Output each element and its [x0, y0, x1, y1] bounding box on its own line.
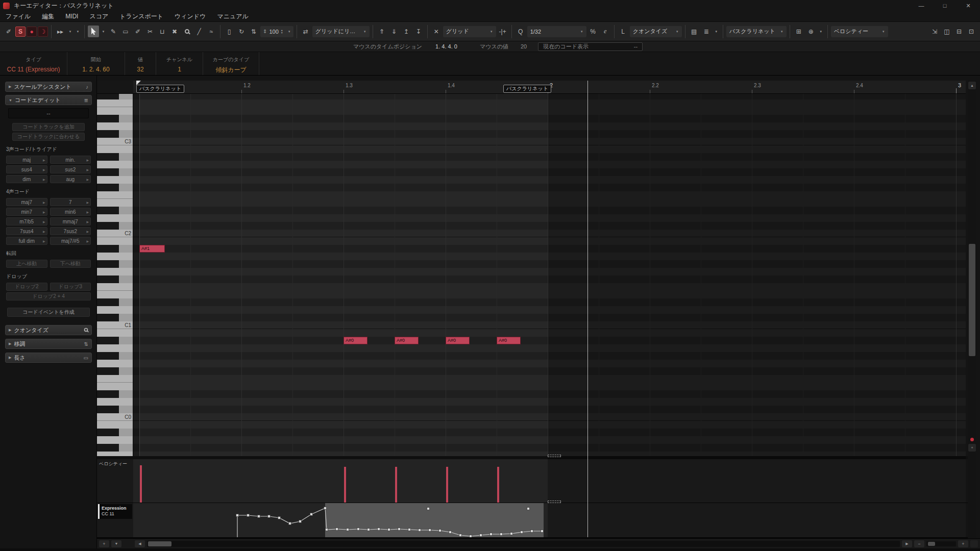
controller-lane-menu-button[interactable]: ▼	[111, 540, 121, 547]
black-key[interactable]	[97, 429, 133, 436]
cc-curve-point[interactable]	[480, 534, 482, 537]
multi-part-grid-button[interactable]: ⊞	[793, 26, 804, 37]
menu-item[interactable]: 編集	[36, 11, 60, 21]
part-end-handle-2[interactable]	[548, 500, 561, 503]
hscroll-thumb[interactable]	[148, 541, 172, 546]
left-zone-toggle-button[interactable]: ◫	[941, 26, 952, 37]
independent-loop-button[interactable]: ↻	[236, 26, 247, 37]
white-key[interactable]	[97, 421, 133, 429]
selection-tool-dropdown[interactable]: ▼	[100, 26, 107, 37]
cc-curve-point[interactable]	[439, 530, 442, 532]
drop-2-button[interactable]: ドロップ2	[6, 283, 47, 291]
cc-curve-point[interactable]	[541, 530, 544, 533]
cc-curve-point[interactable]	[347, 529, 349, 531]
length-quantize-icon[interactable]: L	[618, 26, 629, 37]
white-key[interactable]	[97, 99, 133, 107]
cc-curve-point[interactable]	[299, 520, 302, 523]
black-key[interactable]	[97, 222, 133, 230]
velocity-bar[interactable]	[497, 467, 499, 503]
menu-item[interactable]: トランスポート	[114, 11, 169, 21]
cc-curve-point[interactable]	[378, 528, 380, 531]
autoscroll-button[interactable]: ▸▸	[55, 26, 66, 37]
white-key[interactable]	[97, 122, 133, 130]
velocity-bar[interactable]	[395, 467, 397, 503]
white-key[interactable]	[97, 199, 133, 207]
cc-curve-point[interactable]	[289, 522, 291, 525]
section-length[interactable]: ▶長さ▭	[5, 353, 92, 363]
hscroll-track[interactable]	[147, 541, 900, 547]
part-options-dropdown[interactable]: ▼	[818, 26, 824, 37]
channel-value[interactable]: 1	[156, 66, 203, 73]
part-flag-end[interactable]: バスクラリネット	[503, 85, 551, 93]
add-chord-track-button[interactable]: コードトラックを追加	[12, 123, 85, 131]
draw-tool[interactable]: ✎	[108, 26, 119, 37]
section-quantize[interactable]: ▶クオンタイズ	[5, 325, 92, 335]
controller-lane-select[interactable]: ベロシティー▼	[831, 26, 888, 37]
white-key[interactable]	[97, 107, 133, 115]
cc-curve-point[interactable]	[449, 531, 452, 534]
black-key[interactable]	[97, 390, 133, 398]
white-key[interactable]	[97, 268, 133, 276]
cc-curve-point[interactable]	[268, 515, 271, 518]
hzoom-slider-thumb[interactable]	[928, 542, 935, 546]
black-key[interactable]	[97, 115, 133, 122]
chord-button[interactable]: 7sus4▶	[6, 227, 47, 235]
part-select[interactable]: バスクラリネット▼	[726, 26, 787, 37]
cc-curve-point[interactable]	[500, 533, 503, 536]
snap-button[interactable]: ✕	[431, 26, 442, 37]
black-key[interactable]	[97, 352, 133, 360]
black-key[interactable]	[97, 184, 133, 191]
start-value[interactable]: 1. 2. 4. 60	[67, 66, 125, 73]
white-key[interactable]	[97, 161, 133, 168]
cc-curve-point[interactable]	[368, 529, 370, 531]
move-down-button[interactable]: ↧	[413, 26, 424, 37]
vscroll-thumb[interactable]	[969, 244, 975, 356]
midi-input-button[interactable]: ≣	[701, 26, 712, 37]
section-scale-assistant[interactable]: ▶スケールアシスタント♪	[5, 82, 92, 92]
cc-curve-point[interactable]	[324, 507, 327, 510]
midi-note[interactable]: A#0	[497, 337, 521, 344]
cc-curve-point[interactable]	[521, 531, 523, 534]
editor-settings-dropdown[interactable]: ▼	[75, 26, 81, 37]
move-up-button[interactable]: ↥	[401, 26, 412, 37]
midi-note[interactable]: A#0	[446, 337, 470, 344]
white-key[interactable]	[97, 145, 133, 153]
velocity-bar[interactable]	[446, 467, 448, 503]
midi-note[interactable]: A#0	[344, 337, 368, 344]
pitch-link-button[interactable]: ⇄	[300, 26, 311, 37]
scroll-right-button[interactable]: ▶	[902, 540, 912, 547]
white-key[interactable]	[97, 283, 133, 291]
spinner-arrows[interactable]: ▲▼	[281, 29, 283, 34]
cc-curve[interactable]	[133, 503, 966, 537]
white-key[interactable]	[97, 306, 133, 314]
cc-lane-name[interactable]: Expression CC 11	[98, 504, 132, 519]
black-key[interactable]	[97, 406, 133, 413]
white-key[interactable]	[97, 191, 133, 199]
chord-button[interactable]: 7▶	[50, 198, 91, 206]
scroll-left-button[interactable]: ◀	[135, 540, 145, 547]
piano-keyboard[interactable]: C3C2C1C0	[97, 94, 133, 456]
add-controller-lane-button[interactable]: +	[99, 540, 109, 547]
black-key[interactable]	[97, 367, 133, 375]
white-key[interactable]: C2	[97, 230, 133, 237]
chord-button[interactable]: maj▶	[6, 156, 47, 164]
black-key[interactable]	[97, 298, 133, 306]
nudge-down-button[interactable]: ⇓	[388, 26, 400, 37]
note-expression-button[interactable]: ☽	[38, 27, 48, 37]
menu-item[interactable]: ウィンドウ	[169, 11, 211, 21]
black-key[interactable]	[97, 207, 133, 214]
cc-curve-point[interactable]	[398, 528, 401, 531]
close-button[interactable]: ✕	[957, 0, 980, 11]
chord-button[interactable]: aug▶	[50, 175, 91, 183]
zoom-tool[interactable]	[181, 26, 192, 37]
move-up-chord-button[interactable]: 上へ移動	[6, 260, 47, 268]
midi-note[interactable]: A#1	[139, 245, 165, 253]
white-key[interactable]	[97, 452, 133, 456]
white-key[interactable]	[97, 253, 133, 260]
input-options-dropdown[interactable]: ▼	[713, 26, 720, 37]
chord-button[interactable]: sus2▶	[50, 165, 91, 173]
white-key[interactable]: C0	[97, 413, 133, 421]
chord-button[interactable]: maj7/#5▶	[50, 237, 91, 245]
cc-curve-point[interactable]	[459, 534, 462, 537]
chord-button[interactable]: mmaj7▶	[50, 217, 91, 226]
